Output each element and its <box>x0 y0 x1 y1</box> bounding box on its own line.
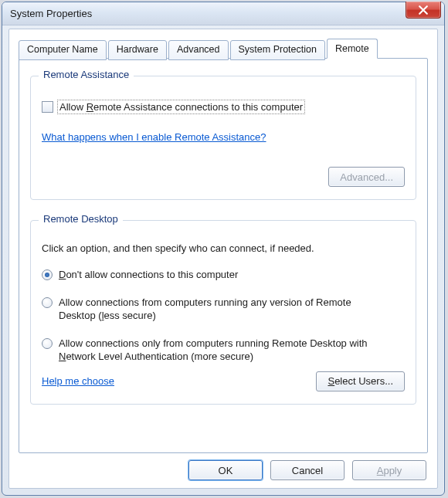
group-title-remote-assistance: Remote Assistance <box>39 69 134 80</box>
dialog-button-row: OK Cancel Apply <box>188 460 426 480</box>
tab-computer-name[interactable]: Computer Name <box>19 40 107 60</box>
allow-remote-assistance-label: Allow Remote Assistance connections to t… <box>59 101 304 113</box>
tab-advanced[interactable]: Advanced <box>168 40 229 60</box>
close-icon <box>419 5 428 15</box>
ok-button[interactable]: OK <box>188 460 263 480</box>
title-bar: System Properties <box>2 2 444 25</box>
cancel-button[interactable]: Cancel <box>270 460 344 480</box>
allow-remote-assistance-row: Allow Remote Assistance connections to t… <box>42 101 405 113</box>
radio-allow-any[interactable] <box>42 297 53 308</box>
allow-remote-assistance-checkbox[interactable] <box>42 101 53 113</box>
radio-dont-allow-label: Don't allow connections to this computer <box>59 268 238 282</box>
tab-strip: Computer Name Hardware Advanced System P… <box>19 39 428 59</box>
help-me-choose-link[interactable]: Help me choose <box>42 375 114 387</box>
group-remote-assistance: Remote Assistance Allow Remote Assistanc… <box>30 76 416 200</box>
client-area: Computer Name Hardware Advanced System P… <box>8 29 438 489</box>
window-title: System Properties <box>10 8 92 19</box>
remote-assistance-advanced-button[interactable]: Advanced... <box>328 167 405 187</box>
remote-desktop-instruction: Click an option, and then specify who ca… <box>42 242 405 254</box>
remote-assistance-help-link[interactable]: What happens when I enable Remote Assist… <box>42 131 266 143</box>
tab-remote[interactable]: Remote <box>327 39 378 59</box>
tab-hardware[interactable]: Hardware <box>108 40 167 60</box>
group-title-remote-desktop: Remote Desktop <box>39 213 123 225</box>
radio-allow-nla-label: Allow connections only from computers ru… <box>59 337 383 364</box>
radio-dont-allow[interactable] <box>42 269 53 280</box>
system-properties-window: System Properties Computer Name Hardware… <box>2 2 445 496</box>
radio-allow-any-label: Allow connections from computers running… <box>59 296 383 323</box>
tab-page-remote: Remote Assistance Allow Remote Assistanc… <box>19 58 428 453</box>
radio-allow-nla-row: Allow connections only from computers ru… <box>42 337 405 364</box>
apply-button[interactable]: Apply <box>352 460 426 480</box>
radio-allow-any-row: Allow connections from computers running… <box>42 296 405 323</box>
radio-dont-allow-row: Don't allow connections to this computer <box>42 268 405 282</box>
tab-system-protection[interactable]: System Protection <box>230 40 325 60</box>
group-remote-desktop: Remote Desktop Click an option, and then… <box>30 220 416 405</box>
close-button[interactable] <box>406 2 441 19</box>
radio-allow-nla[interactable] <box>42 338 53 349</box>
select-users-button[interactable]: Select Users... <box>316 371 405 391</box>
